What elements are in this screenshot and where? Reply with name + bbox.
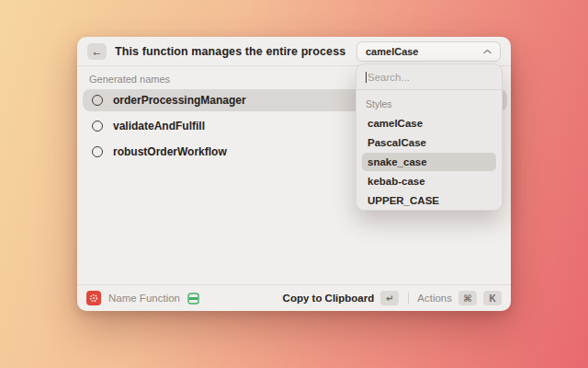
prompt-title: This function manages the entire process…: [115, 45, 348, 58]
chevron-up-icon: [483, 49, 492, 54]
text-caret: [366, 72, 367, 83]
command-key-badge: ⌘: [458, 291, 477, 305]
list-section-label: Generated names: [89, 74, 170, 85]
window-header: ← This function manages the entire proce…: [77, 37, 511, 66]
ai-extension-badge-icon: [187, 293, 199, 305]
dropdown-option-kebabcase[interactable]: kebab-case: [362, 172, 496, 190]
return-key-badge: ↵: [380, 291, 399, 305]
footer-divider: [408, 293, 409, 305]
style-select-value: camelCase: [366, 46, 478, 57]
dropdown-option-snakecase[interactable]: snake_case: [362, 153, 496, 171]
search-placeholder: Search...: [368, 72, 410, 83]
k-key-badge: K: [483, 291, 502, 305]
copy-to-clipboard-button[interactable]: Copy to Clipboard: [283, 293, 375, 304]
radio-circle-icon: [92, 121, 103, 132]
style-select-dropdown[interactable]: camelCase: [356, 41, 501, 62]
list-item-label: orderProcessingManager: [113, 94, 246, 107]
footer-actions: Copy to Clipboard ↵ Actions ⌘ K: [283, 291, 502, 305]
radio-circle-icon: [92, 146, 103, 157]
dropdown-option-camelcase[interactable]: camelCase: [362, 114, 496, 132]
name-function-app-icon: [86, 291, 101, 305]
dropdown-option-pascalcase[interactable]: PascalCase: [362, 133, 496, 152]
desktop-background: ← This function manages the entire proce…: [0, 0, 588, 368]
back-button[interactable]: ←: [87, 43, 107, 60]
list-item-label: validateAndFulfill: [113, 120, 205, 132]
back-arrow-icon: ←: [92, 45, 103, 58]
style-dropdown-panel: Search... Styles camelCase PascalCase sn…: [356, 63, 503, 211]
action-bar: Name Function Copy to Clipboard ↵ Action…: [77, 284, 511, 311]
dropdown-section-label: Styles: [366, 98, 492, 109]
list-item-label: robustOrderWorkflow: [113, 145, 227, 158]
actions-menu-button[interactable]: Actions: [417, 293, 452, 304]
app-name-label: Name Function: [108, 293, 180, 304]
dropdown-search-field[interactable]: Search...: [356, 64, 502, 90]
dropdown-option-uppercase[interactable]: UPPER_CASE: [362, 191, 496, 210]
radio-circle-icon: [92, 95, 103, 106]
